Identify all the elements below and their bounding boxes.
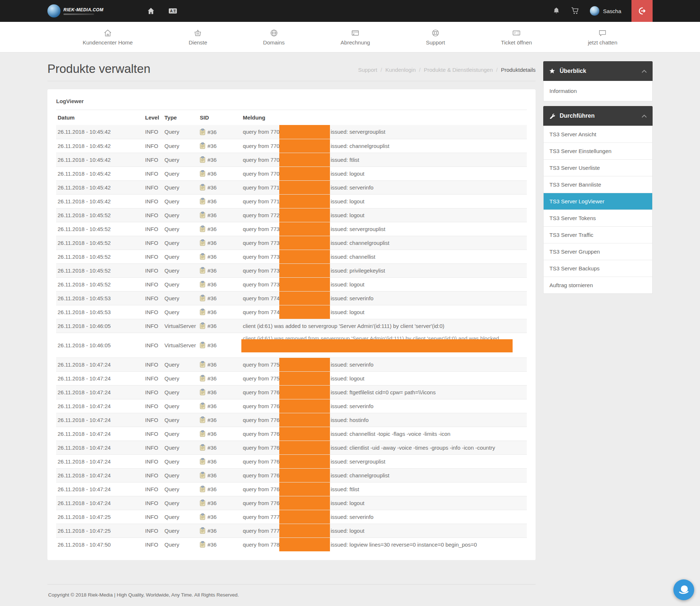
footer: Copyright © 2018 Riek-Media | High Quali… bbox=[47, 584, 536, 605]
log-message: query from 773issued: logout bbox=[241, 277, 527, 291]
log-message: query from 776issued: channellist -topic… bbox=[241, 427, 527, 441]
topbar: RIEK-MEDIA.COM A Sascha bbox=[0, 0, 700, 22]
column-header: Level bbox=[144, 110, 163, 125]
log-datum: 26.11.2018 - 10:45:52 bbox=[56, 277, 144, 291]
table-row: 26.11.2018 - 10:47:25INFOQuery#36query f… bbox=[56, 524, 527, 537]
log-type: Query bbox=[163, 208, 198, 222]
table-row: 26.11.2018 - 10:45:52INFOQuery#36query f… bbox=[56, 263, 527, 277]
clipboard-icon bbox=[200, 171, 207, 177]
sidebar-item-auftrag-stornieren[interactable]: Auftrag stornieren bbox=[544, 277, 652, 293]
clipboard-icon bbox=[200, 129, 207, 135]
logout-button[interactable] bbox=[631, 0, 653, 22]
log-sid: #36 bbox=[198, 524, 241, 537]
sidebar-item-ts3-server-logviewer[interactable]: TS3 Server LogViewer bbox=[544, 193, 652, 210]
chevron-up-icon bbox=[642, 68, 647, 74]
brand-name: RIEK-MEDIA.COM bbox=[63, 7, 104, 12]
user-menu[interactable]: Sascha bbox=[590, 6, 621, 16]
log-datum: 26.11.2018 - 10:45:42 bbox=[56, 139, 144, 153]
sidebar-item-ts3-server-userliste[interactable]: TS3 Server Userliste bbox=[544, 159, 652, 176]
log-level: INFO bbox=[144, 180, 163, 194]
table-row: 26.11.2018 - 10:45:42INFOQuery#36query f… bbox=[56, 194, 527, 208]
log-sid: #36 bbox=[198, 319, 241, 333]
home-icon[interactable] bbox=[147, 7, 155, 15]
table-row: 26.11.2018 - 10:45:52INFOQuery#36query f… bbox=[56, 222, 527, 236]
log-type: Query bbox=[163, 399, 198, 413]
redaction-overlay bbox=[279, 291, 330, 305]
brand-logo[interactable]: RIEK-MEDIA.COM bbox=[47, 4, 104, 17]
log-datum: 26.11.2018 - 10:47:24 bbox=[56, 441, 144, 454]
sidebar-item-ts3-server-traffic[interactable]: TS3 Server Traffic bbox=[544, 226, 652, 243]
sidebar-item-ts3-server-tokens[interactable]: TS3 Server Tokens bbox=[544, 210, 652, 226]
log-type: Query bbox=[163, 167, 198, 180]
breadcrumb-separator: / bbox=[496, 67, 498, 73]
breadcrumb-item[interactable]: Support bbox=[358, 67, 377, 73]
log-datum: 26.11.2018 - 10:47:24 bbox=[56, 399, 144, 413]
log-level: INFO bbox=[144, 441, 163, 454]
log-message: query from 776issued: hostinfo bbox=[241, 413, 527, 427]
subnav-item-dienste[interactable]: Dienste bbox=[188, 29, 207, 46]
sidebar-item-ts3-server-einstellungen[interactable]: TS3 Server Einstellungen bbox=[544, 142, 652, 159]
log-datum: 26.11.2018 - 10:45:53 bbox=[56, 291, 144, 305]
redaction-overlay bbox=[279, 222, 330, 236]
log-datum: 26.11.2018 - 10:45:42 bbox=[56, 180, 144, 194]
cart-icon[interactable] bbox=[571, 7, 580, 15]
clipboard-icon bbox=[200, 309, 207, 315]
log-message: query from 777issued: serverinfo bbox=[241, 510, 527, 524]
log-message: query from 772issued: logout bbox=[241, 208, 527, 222]
log-type: Query bbox=[163, 180, 198, 194]
log-datum: 26.11.2018 - 10:45:42 bbox=[56, 167, 144, 180]
redaction-overlay bbox=[279, 482, 330, 496]
clipboard-icon bbox=[200, 184, 207, 191]
log-level: INFO bbox=[144, 319, 163, 333]
redaction-overlay bbox=[279, 305, 330, 319]
chat-bubble-icon bbox=[677, 583, 691, 597]
sidebar-item-ts3-server-bannliste[interactable]: TS3 Server Bannliste bbox=[544, 176, 652, 193]
table-row: 26.11.2018 - 10:46:05INFOVirtualServer#3… bbox=[56, 333, 527, 357]
log-datum: 26.11.2018 - 10:45:53 bbox=[56, 305, 144, 319]
redaction-overlay bbox=[279, 413, 330, 427]
log-sid: #36 bbox=[198, 385, 241, 399]
panel-header-ueberblick[interactable]: Überblick bbox=[543, 61, 653, 81]
log-datum: 26.11.2018 - 10:45:52 bbox=[56, 208, 144, 222]
subnav-item-ticket-oeffnen[interactable]: Ticket öffnen bbox=[501, 29, 532, 46]
subnav-item-support[interactable]: Support bbox=[426, 29, 445, 46]
subnav-label: Kundencenter Home bbox=[83, 39, 133, 46]
log-datum: 26.11.2018 - 10:47:24 bbox=[56, 496, 144, 510]
log-sid: #36 bbox=[198, 125, 241, 139]
log-level: INFO bbox=[144, 496, 163, 510]
log-sid: #36 bbox=[198, 496, 241, 510]
sidebar-panel-durchfuehren: DurchführenTS3 Server AnsichtTS3 Server … bbox=[543, 106, 653, 294]
table-row: 26.11.2018 - 10:47:24INFOQuery#36query f… bbox=[56, 441, 527, 454]
subnav-item-domains[interactable]: Domains bbox=[263, 29, 285, 46]
log-datum: 26.11.2018 - 10:47:24 bbox=[56, 482, 144, 496]
breadcrumb-item[interactable]: Kundenlogin bbox=[385, 67, 416, 73]
subnav-item-jetzt-chatten[interactable]: jetzt chatten bbox=[588, 29, 617, 46]
chat-widget-button[interactable] bbox=[673, 579, 694, 600]
log-message: query from 774issued: serverinfo bbox=[241, 291, 527, 305]
sidebar-item-ts3-server-gruppen[interactable]: TS3 Server Gruppen bbox=[544, 243, 652, 260]
log-message: query from 776issued: ftlist bbox=[241, 482, 527, 496]
sidebar-item-information[interactable]: Information bbox=[544, 81, 652, 101]
secondary-nav: Kundencenter HomeDiensteDomainsAbrechnun… bbox=[0, 22, 700, 52]
log-message: query from 776issued: ftgetfilelist cid=… bbox=[241, 385, 527, 399]
sidebar-item-ts3-server-ansicht[interactable]: TS3 Server Ansicht bbox=[544, 126, 652, 142]
credit-card-icon bbox=[351, 29, 359, 37]
log-message: query from 770issued: servergrouplist bbox=[241, 125, 527, 139]
subnav-item-abrechnung[interactable]: Abrechnung bbox=[341, 29, 370, 46]
panel-header-durchfuehren[interactable]: Durchführen bbox=[543, 106, 653, 126]
log-type: VirtualServer bbox=[163, 333, 198, 357]
language-icon[interactable]: A bbox=[168, 7, 177, 15]
sidebar-item-ts3-server-backups[interactable]: TS3 Server Backups bbox=[544, 260, 652, 277]
log-level: INFO bbox=[144, 357, 163, 371]
bell-icon[interactable] bbox=[552, 7, 561, 15]
clipboard-icon bbox=[200, 389, 207, 395]
subnav-item-kundencenter-home[interactable]: Kundencenter Home bbox=[83, 29, 133, 46]
table-row: 26.11.2018 - 10:47:24INFOQuery#36query f… bbox=[56, 468, 527, 482]
log-type: Query bbox=[163, 468, 198, 482]
table-row: 26.11.2018 - 10:45:42INFOQuery#36query f… bbox=[56, 180, 527, 194]
redaction-overlay bbox=[279, 454, 330, 468]
breadcrumb-item[interactable]: Produkte & Dienstleistungen bbox=[424, 67, 493, 73]
table-row: 26.11.2018 - 10:45:52INFOQuery#36query f… bbox=[56, 236, 527, 250]
redaction-overlay bbox=[279, 441, 330, 454]
log-type: Query bbox=[163, 291, 198, 305]
